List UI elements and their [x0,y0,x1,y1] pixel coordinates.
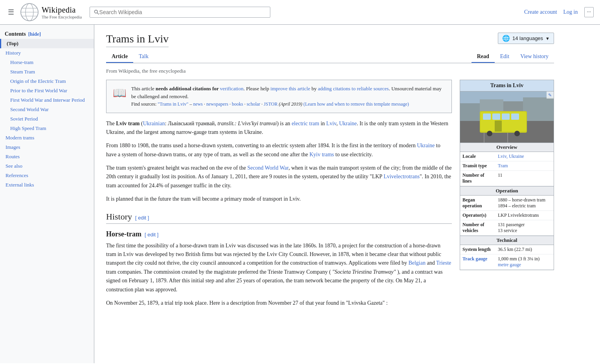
search-input[interactable] [99,9,266,15]
infobox-value-operator: LKP Lvivelektrotrans [495,211,554,220]
kyiv-trams-link[interactable]: Kyiv trams [309,152,334,157]
history-heading-text: History [106,212,132,222]
tab-history[interactable]: View history [515,51,554,63]
svg-rect-22 [495,121,502,132]
intro-p4: It is planned that in the future the tra… [106,195,452,203]
infobox-label-length: System length [460,245,495,254]
main-content: Trams in Lviv 🌐 14 languages ▼ Article T… [94,25,566,363]
intro-p3: The tram system's greatest height was re… [106,164,452,190]
infobox-overview-header: Overview [460,143,554,152]
toc-item-ww2[interactable]: Second World War [0,105,94,114]
toc-item-electric-tram[interactable]: Origin of the Electric Tram [0,77,94,86]
lviv-link[interactable]: Lviv [326,121,336,126]
languages-button[interactable]: 🌐 14 languages ▼ [498,33,554,44]
right-tabs: Read Edit View history [472,51,554,63]
source-scholar-link[interactable]: scholar [247,101,261,107]
source-newspapers-link[interactable]: newspapers [206,101,228,107]
infobox-title: Trams in Lviv [460,80,554,91]
more-icon[interactable]: ··· [584,7,594,17]
horse-tram-p1: The first time the possibility of a hors… [106,241,452,294]
infobox-value-lines: 11 [495,171,554,186]
menu-icon[interactable]: ☰ [6,6,16,18]
toc-item-soviet[interactable]: Soviet Period [0,114,94,124]
infobox-image: ✎ [460,91,554,143]
toc-item-images[interactable]: Images [0,143,94,152]
toc-item-modern[interactable]: Modern trams [0,133,94,143]
horse-tram-edit-link[interactable]: [ edit ] [145,232,158,238]
toc-item-routes[interactable]: Routes [0,152,94,161]
search-bar[interactable] [90,7,270,18]
login-link[interactable]: Log in [563,9,578,15]
second-ww-link[interactable]: Second World War [247,165,288,171]
infobox-label-vehicles: Number of vehicles [460,220,495,235]
infobox-row-began: Began operation 1880 – horse-drawn tram1… [460,196,554,211]
history-edit-link[interactable]: [ edit ] [135,215,149,221]
page-title: Trams in Lviv [106,33,169,47]
trieste-link[interactable]: Trieste [436,260,451,266]
search-icon [94,9,99,15]
infobox-row-operator: Operator(s) LKP Lvivelektrotrans [460,211,554,220]
ukraine-link2[interactable]: Ukraine [417,143,435,148]
sidebar: Contents [hide] (Top) History Horse-tram… [0,25,94,363]
tram-image-svg: ✎ [460,91,554,143]
logo-subtitle: The Free Encyclopedia [42,15,82,19]
layout: Contents [hide] (Top) History Horse-tram… [0,25,600,363]
svg-point-23 [487,131,492,136]
toc-item-see-also[interactable]: See also [0,161,94,171]
toc-item-steam-tram[interactable]: Steam Tram [0,67,94,77]
infobox-label-began: Began operation [460,196,495,210]
infobox-value-length: 36.5 km (22.7 mi) [495,245,554,254]
infobox-value-began: 1880 – horse-drawn tram1894 – electric t… [495,196,554,210]
from-wikipedia: From Wikipedia, the free encyclopedia [106,68,554,74]
warning-verification-link[interactable]: verification [220,86,244,91]
lvivelectrotrans-link[interactable]: Lvivelectrotrans [383,174,420,179]
infobox-row-length: System length 36.5 km (22.7 mi) [460,245,554,254]
warning-citations-link[interactable]: adding citations to reliable sources [318,86,389,91]
tab-article[interactable]: Article [106,51,133,63]
tab-edit[interactable]: Edit [495,51,515,63]
infobox-value-transit: Tram [495,161,554,170]
infobox-col: Trams in Lviv [460,80,554,312]
infobox-row-transit: Transit type Tram [460,161,554,171]
metre-gauge-link[interactable]: metre gauge [498,262,521,267]
warning-learn-link[interactable]: (Learn how and when to remove this templ… [303,101,409,107]
source-title-link[interactable]: "Trams in Lviv" [158,101,188,107]
toc-item-references[interactable]: References [0,171,94,180]
warning-text: This article needs additional citations … [131,85,445,108]
toc-item-prior-ww1[interactable]: Prior to the First World War [0,86,94,95]
infobox-row-locale: Locale Lviv, Ukraine [460,152,554,161]
toc-item-external[interactable]: External links [0,180,94,190]
source-jstor-link[interactable]: JSTOR [264,101,277,107]
intro-p2: From 1880 to 1908, the trams used a hors… [106,141,452,159]
source-books-link[interactable]: books [232,101,243,107]
logo-area[interactable]: Wikipedia The Free Encyclopedia [20,2,82,22]
wikipedia-globe [20,2,39,22]
toc-item-horse-tram[interactable]: Horse-tram [0,58,94,67]
tab-read[interactable]: Read [472,51,495,63]
horse-tram-heading-text: Horse-tram [106,230,141,238]
ukraine-link[interactable]: Ukraine [339,121,357,126]
left-tabs: Article Talk [106,51,154,63]
warning-improve-link[interactable]: improve this article [270,86,310,91]
toc-item-history[interactable]: History [0,48,94,58]
svg-point-6 [94,10,97,13]
toc-item-ww1-interwar[interactable]: First World War and Interwar Period [0,95,94,105]
track-gauge-link[interactable]: Track gauge [462,256,487,262]
create-account-link[interactable]: Create account [524,9,557,15]
locale-link[interactable]: Lviv, Ukraine [498,154,524,159]
toc-title-text: Contents [5,31,26,37]
toc-item-high-speed[interactable]: High Speed Tram [0,124,94,133]
ukrainian-link[interactable]: Ukrainian [143,121,165,126]
tab-talk[interactable]: Talk [133,51,154,63]
toc-hide-button[interactable]: [hide] [28,31,41,37]
source-news-link[interactable]: news [193,101,203,107]
electric-tram-link[interactable]: electric tram [292,121,319,126]
transit-link[interactable]: Tram [498,163,508,168]
infobox-value-gauge: 1,000 mm (3 ft 3⅛ in)metre gauge [495,254,554,269]
infobox-label-operator: Operator(s) [460,211,495,220]
toc-item-top[interactable]: (Top) [0,39,94,48]
toc-title: Contents [hide] [0,29,94,39]
logo-text: Wikipedia The Free Encyclopedia [42,5,82,19]
belgian-link[interactable]: Belgian [408,260,426,266]
infobox-technical-header: Technical [460,236,554,245]
